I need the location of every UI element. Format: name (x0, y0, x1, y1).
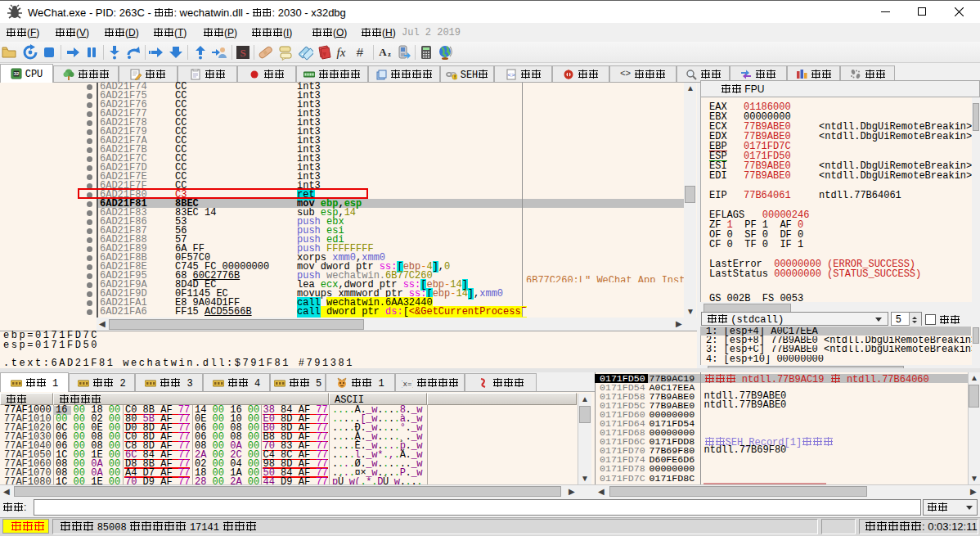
svg-text:z: z (388, 51, 391, 58)
svg-text:<>: <> (507, 71, 515, 79)
svg-text:A: A (379, 46, 387, 58)
svg-text:32: 32 (13, 71, 19, 76)
svg-text:fx: fx (337, 46, 346, 59)
svg-text:!: ! (454, 74, 456, 79)
svg-text:[x=]: [x=] (402, 381, 413, 389)
svg-text:S: S (240, 47, 245, 59)
svg-text:#: # (357, 45, 364, 59)
